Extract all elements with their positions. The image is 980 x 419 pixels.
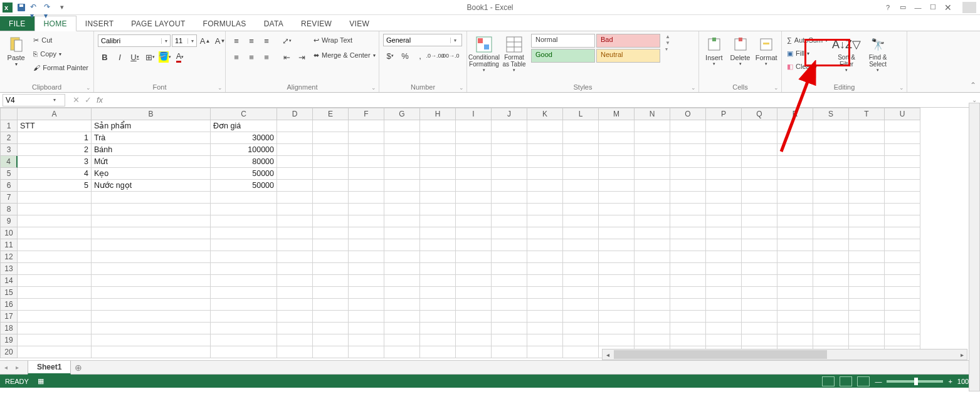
cell-F15[interactable]: [349, 287, 384, 299]
cell-I17[interactable]: [456, 311, 492, 323]
cell-L2[interactable]: [563, 132, 599, 144]
cell-O12[interactable]: [670, 251, 706, 263]
scroll-right-icon[interactable]: ▸: [957, 351, 967, 358]
cell-B1[interactable]: Sản phẩm: [92, 120, 211, 132]
cell-F13[interactable]: [349, 263, 384, 275]
cell-T2[interactable]: [849, 132, 885, 144]
tab-home[interactable]: HOME: [34, 16, 76, 31]
cell-G8[interactable]: [384, 204, 420, 215]
cell-U14[interactable]: [885, 275, 920, 287]
cell-R19[interactable]: [777, 334, 813, 346]
fx-icon[interactable]: fx: [97, 95, 107, 105]
cell-N7[interactable]: [635, 192, 670, 204]
col-header-B[interactable]: B: [92, 108, 211, 120]
cell-C3[interactable]: 100000: [211, 144, 277, 156]
cell-S6[interactable]: [813, 180, 849, 192]
cell-A13[interactable]: [18, 263, 92, 275]
cell-T10[interactable]: [849, 227, 885, 239]
cell-D8[interactable]: [277, 204, 313, 215]
cell-G10[interactable]: [384, 227, 420, 239]
row-header-6[interactable]: 6: [0, 180, 18, 192]
cell-T9[interactable]: [849, 215, 885, 227]
cell-R16[interactable]: [777, 299, 813, 311]
cell-J19[interactable]: [492, 334, 527, 346]
cell-O9[interactable]: [670, 215, 706, 227]
cell-S10[interactable]: [813, 227, 849, 239]
cell-G5[interactable]: [384, 168, 420, 180]
cell-L18[interactable]: [563, 323, 599, 334]
cell-M8[interactable]: [599, 204, 635, 215]
cell-F18[interactable]: [349, 323, 384, 334]
cell-C9[interactable]: [211, 215, 277, 227]
cell-I10[interactable]: [456, 227, 492, 239]
cell-R12[interactable]: [777, 251, 813, 263]
cell-H15[interactable]: [420, 287, 456, 299]
cut-button[interactable]: ✂Cut: [32, 34, 90, 46]
cell-O8[interactable]: [670, 204, 706, 215]
col-header-L[interactable]: L: [563, 108, 599, 120]
cell-M5[interactable]: [599, 168, 635, 180]
cell-J5[interactable]: [492, 168, 527, 180]
cell-T11[interactable]: [849, 239, 885, 251]
cell-P8[interactable]: [706, 204, 742, 215]
cell-P11[interactable]: [706, 239, 742, 251]
cell-S16[interactable]: [813, 299, 849, 311]
cell-T1[interactable]: [849, 120, 885, 132]
cell-L1[interactable]: [563, 120, 599, 132]
cell-R18[interactable]: [777, 323, 813, 334]
cell-F16[interactable]: [349, 299, 384, 311]
cell-N15[interactable]: [635, 287, 670, 299]
page-break-view-icon[interactable]: [857, 376, 870, 386]
macro-record-icon[interactable]: ▦: [38, 377, 44, 385]
align-right-icon[interactable]: ≡: [260, 50, 273, 64]
cell-G11[interactable]: [384, 239, 420, 251]
cell-K9[interactable]: [527, 215, 563, 227]
cell-T19[interactable]: [849, 334, 885, 346]
cell-K15[interactable]: [527, 287, 563, 299]
cell-S9[interactable]: [813, 215, 849, 227]
cell-K1[interactable]: [527, 120, 563, 132]
font-color-button[interactable]: A▾: [173, 50, 187, 64]
cell-Q8[interactable]: [742, 204, 777, 215]
style-neutral[interactable]: Neutral: [596, 49, 660, 63]
cell-D11[interactable]: [277, 239, 313, 251]
cell-P9[interactable]: [706, 215, 742, 227]
cell-S3[interactable]: [813, 144, 849, 156]
cell-I20[interactable]: [456, 346, 492, 358]
ribbon-display-icon[interactable]: ▭: [898, 3, 907, 12]
sheet-nav-next-icon[interactable]: ▸: [11, 364, 23, 371]
cell-R4[interactable]: [777, 156, 813, 168]
cell-H5[interactable]: [420, 168, 456, 180]
tab-review[interactable]: REVIEW: [292, 16, 340, 31]
cell-I2[interactable]: [456, 132, 492, 144]
cell-I1[interactable]: [456, 120, 492, 132]
cell-E7[interactable]: [313, 192, 349, 204]
zoom-in-icon[interactable]: +: [948, 378, 952, 385]
cell-J15[interactable]: [492, 287, 527, 299]
cell-A4[interactable]: 3: [18, 156, 92, 168]
cell-T12[interactable]: [849, 251, 885, 263]
cell-A8[interactable]: [18, 204, 92, 215]
enter-formula-icon[interactable]: ✓: [85, 95, 92, 105]
cell-P2[interactable]: [706, 132, 742, 144]
cell-F9[interactable]: [349, 215, 384, 227]
cell-M12[interactable]: [599, 251, 635, 263]
cell-G18[interactable]: [384, 323, 420, 334]
cell-E14[interactable]: [313, 275, 349, 287]
cell-K8[interactable]: [527, 204, 563, 215]
row-header-7[interactable]: 7: [0, 192, 18, 204]
cell-P15[interactable]: [706, 287, 742, 299]
cell-N4[interactable]: [635, 156, 670, 168]
cell-Q1[interactable]: [742, 120, 777, 132]
cell-Q6[interactable]: [742, 180, 777, 192]
col-header-F[interactable]: F: [349, 108, 384, 120]
cell-B12[interactable]: [92, 251, 211, 263]
cell-E10[interactable]: [313, 227, 349, 239]
cell-F7[interactable]: [349, 192, 384, 204]
cell-D20[interactable]: [277, 346, 313, 358]
col-header-S[interactable]: S: [813, 108, 849, 120]
cell-A16[interactable]: [18, 299, 92, 311]
cell-U3[interactable]: [885, 144, 920, 156]
cell-S17[interactable]: [813, 311, 849, 323]
cell-R15[interactable]: [777, 287, 813, 299]
